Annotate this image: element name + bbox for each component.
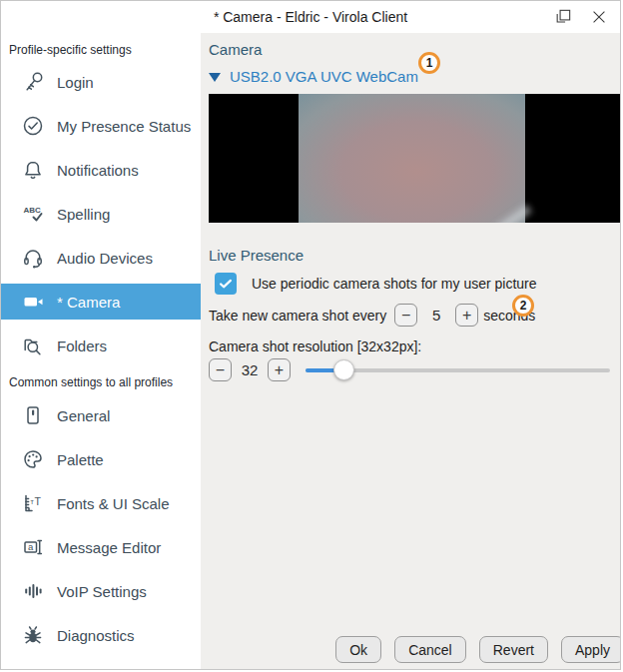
headset-icon: [21, 246, 45, 270]
sidebar-item-label: Spelling: [57, 206, 110, 223]
shot-interval-row: Take new camera shot every − 5 + seconds: [209, 304, 621, 327]
periodic-shots-checkbox[interactable]: [215, 273, 237, 295]
sidebar-item-label: Fonts & UI Scale: [57, 495, 170, 512]
sidebar-item-palette[interactable]: Palette: [1, 437, 201, 481]
shot-interval-prefix: Take new camera shot every: [209, 308, 386, 324]
revert-button[interactable]: Revert: [479, 636, 548, 663]
sidebar-item-notifications[interactable]: Notifications: [1, 148, 201, 192]
ok-button[interactable]: Ok: [335, 636, 381, 663]
sidebar-item-label: Message Editor: [57, 539, 161, 556]
titlebar-controls: [553, 1, 609, 33]
bell-icon: [21, 158, 45, 182]
key-icon: [21, 70, 45, 94]
sidebar-item-camera[interactable]: * Camera: [1, 280, 201, 324]
camera-device-name: USB2.0 VGA UVC WebCam: [230, 68, 418, 86]
presence-check-icon: [21, 114, 45, 138]
sidebar-item-audio-devices[interactable]: Audio Devices: [1, 236, 201, 280]
sidebar-item-label: VoIP Settings: [57, 583, 147, 600]
resolution-slider[interactable]: [306, 359, 610, 380]
titlebar: * Camera - Eldric - Virola Client: [1, 1, 620, 33]
svg-text:T: T: [35, 495, 42, 507]
svg-text:ABC: ABC: [24, 206, 42, 215]
sidebar-item-label: Palette: [57, 451, 104, 468]
resolution-value: 32: [232, 361, 268, 378]
sidebar-item-login[interactable]: Login: [1, 60, 201, 104]
restore-icon: [553, 7, 573, 27]
device-icon: [21, 403, 45, 427]
apply-button[interactable]: Apply: [561, 636, 621, 663]
sidebar-item-label: My Presence Status: [57, 118, 191, 135]
sidebar-section-profile: Profile-specific settings: [1, 33, 201, 60]
dropdown-triangle-icon: [209, 73, 221, 82]
sidebar-item-label: * Camera: [57, 294, 120, 311]
resolution-row: − 32 +: [209, 358, 621, 381]
palette-icon: [21, 447, 45, 471]
cancel-button[interactable]: Cancel: [394, 636, 466, 663]
sidebar-item-folders[interactable]: Folders: [1, 324, 201, 367]
live-presence-title: Live Presence: [209, 247, 621, 265]
close-icon: [589, 7, 609, 27]
sidebar-item-spelling[interactable]: ABC Spelling: [1, 192, 201, 236]
video-camera-icon: [21, 290, 45, 314]
sidebar-item-my-presence-status[interactable]: My Presence Status: [1, 104, 201, 148]
sidebar-item-fonts-ui-scale[interactable]: т T Fonts & UI Scale: [1, 481, 201, 525]
close-window-button[interactable]: [589, 7, 609, 27]
dialog-footer: Ok Cancel Revert Apply: [335, 636, 621, 663]
camera-preview: [209, 94, 621, 223]
resolution-increment-button[interactable]: +: [268, 358, 291, 381]
resolution-label: Camera shot resolution [32x32px]:: [209, 338, 621, 354]
camera-section-title: Camera: [209, 41, 621, 59]
spellcheck-icon: ABC: [21, 202, 45, 226]
interval-decrement-button[interactable]: −: [394, 304, 417, 327]
checkmark-icon: [217, 275, 235, 293]
periodic-shots-row: Use periodic camera shots for my user pi…: [215, 273, 621, 295]
settings-sidebar: Profile-specific settings Login My Prese…: [1, 33, 201, 670]
sidebar-item-general[interactable]: General: [1, 393, 201, 437]
settings-window: * Camera - Eldric - Virola Client Profil…: [0, 0, 621, 670]
camera-device-selector[interactable]: USB2.0 VGA UVC WebCam: [209, 68, 621, 86]
interval-value: 5: [417, 307, 455, 324]
text-editor-icon: a: [21, 535, 45, 559]
equalizer-icon: [21, 579, 45, 603]
sidebar-item-label: Diagnostics: [57, 627, 135, 644]
sidebar-item-label: Folders: [57, 337, 107, 354]
svg-text:a: a: [28, 541, 34, 552]
resolution-decrement-button[interactable]: −: [209, 358, 232, 381]
bug-icon: [21, 623, 45, 647]
interval-increment-button[interactable]: +: [455, 304, 478, 327]
sidebar-item-label: General: [57, 407, 110, 424]
sidebar-item-message-editor[interactable]: a Message Editor: [1, 525, 201, 569]
ruler-type-icon: т T: [21, 491, 45, 515]
sidebar-section-common: Common settings to all profiles: [1, 367, 201, 393]
sidebar-item-label: Login: [57, 74, 94, 91]
sidebar-item-label: Audio Devices: [57, 250, 153, 267]
periodic-shots-label: Use periodic camera shots for my user pi…: [252, 276, 537, 292]
sidebar-item-voip-settings[interactable]: VoIP Settings: [1, 569, 201, 613]
slider-thumb[interactable]: [333, 359, 354, 380]
camera-settings-panel: Camera USB2.0 VGA UVC WebCam Live Presen…: [201, 33, 621, 670]
camera-preview-image: [299, 94, 525, 223]
window-title: * Camera - Eldric - Virola Client: [1, 1, 620, 33]
folder-search-icon: [21, 334, 45, 357]
annotation-badge-2: 2: [512, 295, 534, 317]
sidebar-item-label: Notifications: [57, 162, 139, 179]
restore-window-button[interactable]: [553, 7, 573, 27]
annotation-badge-1: 1: [418, 52, 440, 74]
sidebar-item-diagnostics[interactable]: Diagnostics: [1, 613, 201, 657]
